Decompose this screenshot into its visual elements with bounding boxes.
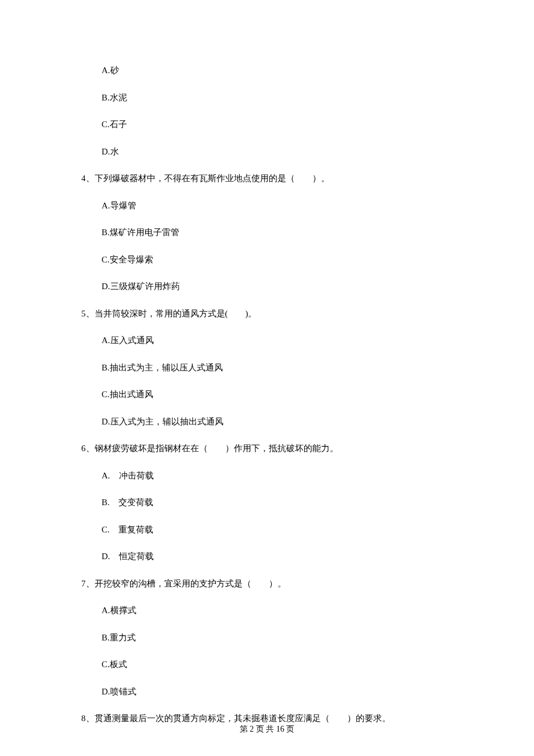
question-text: 8、贯通测量最后一次的贯通方向标定，其未掘巷道长度应满足（ ）的要求。 <box>81 714 391 723</box>
q7-text: 7、开挖较窄的沟槽，宜采用的支护方式是（ ）。 <box>81 577 453 591</box>
q5-text: 5、当井筒较深时，常用的通风方式是( )。 <box>81 307 453 321</box>
option-text: B.抽出式为主，辅以压人式通风 <box>102 363 223 372</box>
q5-option-c: C.抽出式通风 <box>81 388 453 401</box>
q6-option-b: B. 交变荷载 <box>81 496 453 509</box>
option-text: C.抽出式通风 <box>102 390 153 399</box>
option-text: C.石子 <box>102 120 127 129</box>
option-text: B.水泥 <box>102 93 127 102</box>
q3-option-c: C.石子 <box>81 118 453 131</box>
option-text: D. 恒定荷载 <box>102 552 154 561</box>
question-text: 7、开挖较窄的沟槽，宜采用的支护方式是（ ）。 <box>81 579 286 588</box>
q4-option-c: C.安全导爆索 <box>81 253 453 267</box>
q6-text: 6、钢材疲劳破坏是指钢材在在（ ）作用下，抵抗破坏的能力。 <box>81 442 453 455</box>
q4-option-a: A.导爆管 <box>81 199 453 213</box>
page-footer: 第 2 页 共 16 页 <box>0 723 534 735</box>
option-text: A.横撑式 <box>102 606 136 615</box>
option-text: B.煤矿许用电子雷管 <box>102 228 179 237</box>
option-text: D.压入式为主，辅以抽出式通风 <box>102 417 223 426</box>
question-text: 5、当井筒较深时，常用的通风方式是( )。 <box>81 309 257 318</box>
option-text: B.重力式 <box>102 633 136 642</box>
q7-option-d: D.喷锚式 <box>81 685 453 699</box>
question-text: 4、下列爆破器材中，不得在有瓦斯作业地点使用的是（ ）。 <box>81 174 330 183</box>
q4-text: 4、下列爆破器材中，不得在有瓦斯作业地点使用的是（ ）。 <box>81 172 453 185</box>
q6-option-d: D. 恒定荷载 <box>81 550 453 563</box>
option-text: C.板式 <box>102 660 127 669</box>
q4-option-d: D.三级煤矿许用炸药 <box>81 280 453 293</box>
option-text: A.砂 <box>102 66 119 75</box>
q7-option-a: A.横撑式 <box>81 604 453 617</box>
question-text: 6、钢材疲劳破坏是指钢材在在（ ）作用下，抵抗破坏的能力。 <box>81 444 338 453</box>
option-text: A. 冲击荷载 <box>102 471 154 480</box>
q4-option-b: B.煤矿许用电子雷管 <box>81 226 453 239</box>
q7-option-b: B.重力式 <box>81 631 453 645</box>
q5-option-a: A.压入式通风 <box>81 334 453 347</box>
q7-option-c: C.板式 <box>81 658 453 671</box>
page-content: A.砂 B.水泥 C.石子 D.水 4、下列爆破器材中，不得在有瓦斯作业地点使用… <box>0 0 534 725</box>
option-text: D.水 <box>102 147 119 156</box>
q3-option-a: A.砂 <box>81 64 453 77</box>
footer-text: 第 2 页 共 16 页 <box>240 725 295 733</box>
q5-option-d: D.压入式为主，辅以抽出式通风 <box>81 415 453 429</box>
q3-option-b: B.水泥 <box>81 91 453 105</box>
q3-option-d: D.水 <box>81 145 453 159</box>
option-text: D.喷锚式 <box>102 687 136 696</box>
q5-option-b: B.抽出式为主，辅以压人式通风 <box>81 361 453 375</box>
q6-option-a: A. 冲击荷载 <box>81 469 453 483</box>
q6-option-c: C. 重复荷载 <box>81 523 453 537</box>
option-text: C. 重复荷载 <box>102 525 153 534</box>
option-text: A.压入式通风 <box>102 336 154 345</box>
option-text: C.安全导爆索 <box>102 255 153 264</box>
option-text: B. 交变荷载 <box>102 498 153 507</box>
option-text: D.三级煤矿许用炸药 <box>102 282 180 291</box>
option-text: A.导爆管 <box>102 201 136 210</box>
